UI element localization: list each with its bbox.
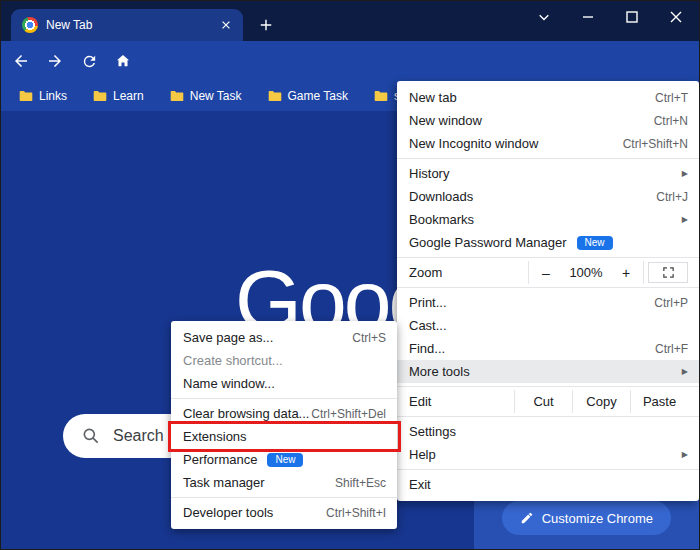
menu-item-label: Bookmarks bbox=[409, 212, 474, 227]
menu-item-shortcut: Ctrl+P bbox=[654, 296, 688, 310]
forward-icon[interactable] bbox=[45, 51, 65, 71]
menu-separator bbox=[397, 469, 699, 470]
chrome-logo-icon bbox=[22, 17, 38, 33]
menu-item-history[interactable]: History ▶ bbox=[397, 162, 699, 185]
menu-separator bbox=[397, 158, 699, 159]
zoom-out-button[interactable]: – bbox=[529, 265, 563, 281]
new-tab-button[interactable] bbox=[257, 16, 275, 34]
menu-item-label: Performance bbox=[183, 452, 257, 467]
menu-item-shortcut: Ctrl+S bbox=[352, 331, 386, 345]
folder-icon bbox=[93, 90, 107, 102]
menu-item-label: Save page as... bbox=[183, 330, 273, 345]
search-text: Search bbox=[113, 427, 164, 445]
menu-item-more-tools[interactable]: More tools ▶ bbox=[397, 360, 699, 383]
bookmark-label: Learn bbox=[113, 89, 144, 103]
bookmark-folder-game-task[interactable]: Game Task bbox=[268, 89, 348, 103]
menu-item-label: New window bbox=[409, 113, 482, 128]
menu-separator bbox=[397, 287, 699, 288]
maximize-button[interactable] bbox=[615, 5, 649, 29]
pencil-icon bbox=[520, 511, 534, 525]
customize-chrome-button[interactable]: Customize Chrome bbox=[502, 501, 671, 535]
folder-icon bbox=[268, 90, 282, 102]
menu-item-label: History bbox=[409, 166, 449, 181]
back-icon[interactable] bbox=[11, 51, 31, 71]
menu-item-edit: Edit Cut Copy Paste bbox=[397, 390, 699, 413]
zoom-level: 100% bbox=[563, 265, 609, 280]
menu-item-downloads[interactable]: Downloads Ctrl+J bbox=[397, 185, 699, 208]
menu-item-shortcut: Ctrl+Shift+I bbox=[326, 506, 386, 520]
menu-item-label: Settings bbox=[409, 424, 456, 439]
menu-item-label: Exit bbox=[409, 477, 431, 492]
menu-item-label: Find... bbox=[409, 341, 445, 356]
menu-item-label: Clear browsing data... bbox=[183, 406, 309, 421]
submenu-arrow-icon: ▶ bbox=[682, 169, 688, 178]
menu-item-label: New tab bbox=[409, 90, 457, 105]
refresh-icon[interactable] bbox=[79, 51, 99, 71]
fullscreen-button[interactable] bbox=[648, 262, 688, 283]
submenu-item-create-shortcut[interactable]: Create shortcut... bbox=[171, 349, 397, 372]
menu-separator bbox=[397, 386, 699, 387]
menu-separator bbox=[397, 257, 699, 258]
bookmark-label: New Task bbox=[190, 89, 242, 103]
window-controls bbox=[527, 5, 693, 29]
menu-separator bbox=[397, 416, 699, 417]
minimize-button[interactable] bbox=[571, 5, 605, 29]
menu-item-label: Downloads bbox=[409, 189, 473, 204]
menu-item-label: Cast... bbox=[409, 318, 447, 333]
edit-cut-button[interactable]: Cut bbox=[514, 390, 572, 413]
edit-copy-button[interactable]: Copy bbox=[572, 390, 630, 413]
menu-item-label: Google Password Manager bbox=[409, 235, 567, 250]
submenu-item-developer-tools[interactable]: Developer tools Ctrl+Shift+I bbox=[171, 501, 397, 524]
menu-item-shortcut: Ctrl+N bbox=[654, 114, 688, 128]
menu-item-label: Help bbox=[409, 447, 436, 462]
menu-separator bbox=[171, 497, 397, 498]
menu-item-new-tab[interactable]: New tab Ctrl+T bbox=[397, 86, 699, 109]
menu-item-find[interactable]: Find... Ctrl+F bbox=[397, 337, 699, 360]
home-icon[interactable] bbox=[113, 51, 133, 71]
folder-icon bbox=[19, 90, 33, 102]
menu-item-label: New Incognito window bbox=[409, 136, 538, 151]
menu-item-label: Name window... bbox=[183, 376, 275, 391]
folder-icon bbox=[374, 90, 388, 102]
menu-item-new-window[interactable]: New window Ctrl+N bbox=[397, 109, 699, 132]
tab-new-tab[interactable]: New Tab bbox=[11, 9, 243, 41]
submenu-arrow-icon: ▶ bbox=[682, 215, 688, 224]
bookmark-folder-new-task[interactable]: New Task bbox=[170, 89, 242, 103]
bookmark-folder-links[interactable]: Links bbox=[19, 89, 67, 103]
menu-separator bbox=[171, 398, 397, 399]
submenu-arrow-icon: ▶ bbox=[682, 450, 688, 459]
tab-close-icon[interactable] bbox=[217, 16, 235, 34]
menu-item-print[interactable]: Print... Ctrl+P bbox=[397, 291, 699, 314]
window-chevron-button[interactable] bbox=[527, 5, 561, 29]
menu-item-bookmarks[interactable]: Bookmarks ▶ bbox=[397, 208, 699, 231]
menu-item-settings[interactable]: Settings bbox=[397, 420, 699, 443]
zoom-in-button[interactable]: + bbox=[609, 265, 643, 281]
edit-paste-button[interactable]: Paste bbox=[630, 390, 688, 413]
new-badge: New bbox=[577, 236, 613, 250]
new-badge: New bbox=[267, 453, 303, 467]
menu-item-shortcut: Ctrl+T bbox=[655, 91, 688, 105]
menu-item-help[interactable]: Help ▶ bbox=[397, 443, 699, 466]
menu-item-shortcut: Ctrl+F bbox=[655, 342, 688, 356]
submenu-item-save-page-as[interactable]: Save page as... Ctrl+S bbox=[171, 326, 397, 349]
menu-item-shortcut: Ctrl+Shift+N bbox=[623, 137, 688, 151]
close-button[interactable] bbox=[659, 5, 693, 29]
menu-item-zoom: Zoom – 100% + bbox=[397, 261, 699, 284]
menu-item-new-incognito-window[interactable]: New Incognito window Ctrl+Shift+N bbox=[397, 132, 699, 155]
menu-item-label: Developer tools bbox=[183, 505, 273, 520]
submenu-item-task-manager[interactable]: Task manager Shift+Esc bbox=[171, 471, 397, 494]
menu-item-cast[interactable]: Cast... bbox=[397, 314, 699, 337]
menu-item-exit[interactable]: Exit bbox=[397, 473, 699, 496]
bookmark-label: Links bbox=[39, 89, 67, 103]
tab-title: New Tab bbox=[46, 18, 92, 32]
toolbar bbox=[1, 41, 699, 81]
bookmark-folder-learn[interactable]: Learn bbox=[93, 89, 144, 103]
menu-item-label: Print... bbox=[409, 295, 447, 310]
menu-vertical-divider bbox=[643, 261, 644, 284]
customize-chrome-label: Customize Chrome bbox=[542, 511, 653, 526]
submenu-item-name-window[interactable]: Name window... bbox=[171, 372, 397, 395]
menu-item-label: Task manager bbox=[183, 475, 265, 490]
menu-item-google-password-manager[interactable]: Google Password Manager New bbox=[397, 231, 699, 254]
menu-item-label: Create shortcut... bbox=[183, 353, 283, 368]
fullscreen-icon bbox=[662, 266, 675, 279]
